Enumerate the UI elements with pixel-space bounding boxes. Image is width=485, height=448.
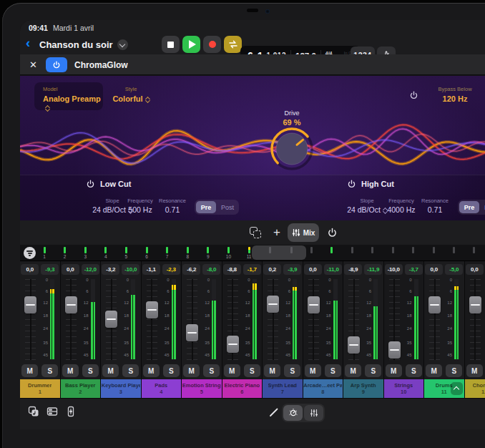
volume-fader[interactable] [428, 296, 441, 313]
close-plugin-button[interactable]: ✕ [29, 59, 37, 70]
duplicate-button[interactable] [247, 224, 264, 241]
lowcut-power-button[interactable] [86, 179, 95, 192]
play-button[interactable] [182, 36, 200, 53]
lowcut-resonance-value[interactable]: 0.71 [144, 205, 201, 214]
volume-value[interactable]: -3,2 [102, 264, 119, 275]
mix-view-button[interactable]: Mix [288, 223, 319, 242]
highcut-pre-button[interactable]: Pre [459, 201, 479, 213]
song-menu-button[interactable] [117, 39, 128, 50]
solo-button[interactable]: S [365, 364, 381, 377]
channel-strip-button[interactable] [64, 405, 77, 418]
volume-value[interactable]: -8,8 [223, 264, 241, 275]
loop-browser-button[interactable] [27, 405, 40, 418]
peak-value[interactable]: -5,0 [445, 264, 463, 275]
track-name-cell[interactable]: Synth Lead7 [263, 379, 303, 398]
volume-value[interactable]: 0,0 [425, 264, 443, 275]
solo-button[interactable]: S [284, 364, 300, 377]
model-selector[interactable]: Model Analog Preamp [34, 82, 103, 110]
mute-button[interactable]: M [183, 364, 200, 377]
solo-button[interactable]: S [406, 364, 422, 377]
track-name-cell[interactable]: Chorus V12 [465, 379, 485, 398]
bypass-power-button[interactable] [409, 90, 418, 103]
mute-button[interactable]: M [143, 364, 160, 377]
track-name-cell[interactable]: Bass Player2 [61, 379, 101, 398]
bypass-below-control[interactable]: Bypass Below 120 Hz [422, 86, 485, 103]
peak-value[interactable]: -12,0 [82, 264, 99, 275]
lowcut-pre-button[interactable]: Pre [196, 201, 216, 213]
peak-value[interactable]: -8,0 [202, 264, 220, 275]
mute-button[interactable]: M [426, 364, 442, 377]
mute-button[interactable]: M [305, 364, 321, 377]
volume-value[interactable]: 0,0 [62, 264, 79, 275]
peak-value[interactable]: -2,3 [162, 264, 180, 275]
record-button[interactable] [203, 36, 221, 53]
track-name-cell[interactable]: Emotion Strings5 [182, 379, 222, 398]
peak-value[interactable]: -3,7 [405, 264, 423, 275]
solo-button[interactable]: S [446, 364, 462, 377]
mute-button[interactable]: M [386, 364, 402, 377]
volume-fader[interactable] [227, 336, 239, 353]
solo-button[interactable]: S [325, 364, 341, 377]
peak-value[interactable]: -1,7 [243, 264, 261, 275]
peak-value[interactable]: -11,9 [364, 264, 382, 275]
mute-button[interactable]: M [466, 364, 483, 377]
volume-value[interactable]: 0,0 [466, 264, 484, 275]
track-name-cell[interactable]: Arcade…eet Pad8 [303, 379, 343, 398]
volume-fader[interactable] [186, 324, 198, 341]
stop-button[interactable] [162, 36, 180, 53]
mute-button[interactable]: M [21, 364, 38, 377]
track-name-cell[interactable]: Strings10 [384, 379, 424, 398]
volume-value[interactable]: -6,2 [182, 264, 200, 275]
volume-fader[interactable] [469, 296, 481, 313]
track-name-cell[interactable]: Pads4 [142, 379, 182, 398]
volume-value[interactable]: -1,1 [142, 264, 160, 275]
peak-value[interactable]: -9,3 [41, 264, 59, 275]
solo-button[interactable]: S [82, 364, 99, 377]
volume-fader[interactable] [105, 311, 117, 328]
faders-view-button[interactable] [304, 405, 323, 421]
mute-button[interactable]: M [62, 364, 79, 377]
track-name-cell[interactable]: Electric Piano6 [222, 379, 263, 398]
volume-fader[interactable] [24, 296, 36, 313]
song-title[interactable]: Chanson du soir [39, 39, 113, 50]
solo-button[interactable]: S [122, 364, 139, 377]
volume-fader[interactable] [65, 296, 77, 313]
track-name-cell[interactable]: Drums11 [424, 379, 464, 398]
volume-value[interactable]: 0,2 [263, 264, 281, 275]
peak-value[interactable]: -11,0 [324, 264, 342, 275]
volume-value[interactable]: 0,0 [304, 264, 322, 275]
volume-fader[interactable] [267, 296, 279, 313]
edit-pencil-button[interactable] [268, 406, 280, 418]
track-name-cell[interactable]: Keyboard Player3 [101, 379, 141, 398]
volume-fader[interactable] [388, 341, 401, 359]
highcut-post-button[interactable]: Post [481, 201, 485, 213]
plugins-button[interactable] [46, 405, 59, 418]
mute-button[interactable]: M [102, 364, 119, 377]
drive-knob[interactable] [267, 124, 317, 174]
solo-button[interactable]: S [163, 364, 180, 377]
add-track-button[interactable]: + [268, 224, 285, 241]
expand-track-button[interactable] [451, 382, 463, 395]
track-name-cell[interactable]: Drummer1 [20, 379, 60, 398]
volume-fader[interactable] [308, 296, 320, 313]
knobs-view-button[interactable] [283, 405, 303, 421]
level-control[interactable]: Level 0.0 [482, 86, 485, 103]
mixer-overview-scrubber[interactable]: 1234567891011 [20, 245, 485, 261]
peak-value[interactable]: -10,0 [122, 264, 139, 275]
solo-button[interactable]: S [203, 364, 220, 377]
cycle-button[interactable] [224, 36, 242, 53]
plugin-power-button[interactable] [46, 57, 67, 72]
back-button[interactable]: ‹ [26, 35, 30, 51]
style-selector[interactable]: Style Colorful [107, 86, 155, 103]
volume-fader[interactable] [146, 301, 158, 318]
volume-value[interactable]: 0,0 [21, 264, 39, 275]
volume-value[interactable]: -8,9 [344, 264, 362, 275]
volume-fader[interactable] [348, 336, 360, 354]
track-name-cell[interactable]: Arp Synth9 [343, 379, 383, 398]
highcut-resonance-value[interactable]: 0.71 [406, 205, 464, 214]
volume-value[interactable]: -10,0 [385, 264, 403, 275]
mute-button[interactable]: M [224, 364, 240, 377]
highcut-power-button[interactable] [347, 179, 356, 192]
solo-button[interactable]: S [244, 364, 260, 377]
mute-button[interactable]: M [264, 364, 280, 377]
